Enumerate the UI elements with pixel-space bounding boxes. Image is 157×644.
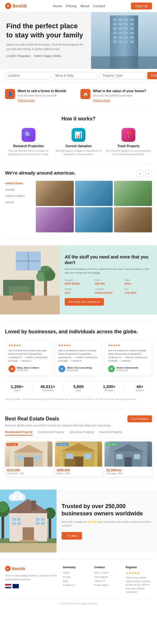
nav-pricing[interactable]: Pricing (66, 4, 77, 8)
re-cards: For Sale $120,000 New York, USA Featured (5, 441, 152, 477)
nav-logo[interactable]: B Beshik (5, 3, 27, 9)
svg-rect-2 (113, 19, 117, 21)
footer-link-agent[interactable]: Power Agent (94, 584, 121, 586)
svg-rect-60 (134, 454, 140, 459)
footer-bottom: © 2024 Beshik. All rights reserved. (5, 599, 152, 605)
location-ie[interactable]: Ireland (5, 200, 33, 205)
stat-reviews: 1,200+ Reviews (97, 384, 121, 392)
step-track-title: Track Property (105, 144, 152, 148)
hero-title: Find the perfect place to stay with your… (6, 22, 85, 40)
location-uk[interactable]: United Kingdom (5, 193, 33, 198)
sell-card-title: Want to sell a home in Beshik (18, 89, 66, 93)
re-card-1-info: $120,000 New York, USA (5, 467, 52, 477)
find-property-button[interactable]: Find Property (127, 415, 152, 422)
stat-div-3 (94, 384, 94, 392)
signup-button[interactable]: Sign Up (131, 3, 152, 9)
stuff-cta-button[interactable]: Get more info, contact us (65, 298, 104, 306)
svg-rect-24 (124, 41, 128, 43)
footer-link-blog[interactable]: Blog (63, 580, 89, 582)
research-icon: 🔍 (22, 128, 35, 142)
step-track: 📍 Track Property Get real-time updates o… (105, 128, 152, 156)
location-input[interactable] (5, 72, 51, 79)
home-icon: 🏠 (80, 89, 90, 99)
around-img-4 (36, 207, 74, 232)
footer-link-support[interactable]: Our Support (94, 575, 121, 578)
footer-link-follow[interactable]: Follow Us (94, 580, 121, 582)
nav-contact[interactable]: Contact (93, 4, 105, 8)
re-card-3-info: $1,500/mo Chicago, USA (105, 467, 152, 477)
svg-rect-71 (0, 543, 57, 552)
around-img-3 (114, 181, 152, 206)
tab-residential[interactable]: Residential Property (5, 430, 33, 436)
around-locations: United States Canada United Kingdom Irel… (5, 181, 33, 232)
footer-link-home[interactable]: Home (63, 571, 89, 574)
svg-rect-4 (124, 19, 128, 21)
svg-rect-59 (116, 454, 123, 459)
person-icon: 👤 (5, 89, 15, 99)
hero-description: Search on with a click of the button, Fi… (6, 43, 85, 51)
stat-sold-num: 5,800 (67, 384, 91, 389)
test-1-role: Real Estate (17, 369, 39, 371)
filter-type: Type Rent (125, 279, 152, 285)
footer-link-pricing[interactable]: Pricing (63, 575, 89, 578)
around-img-6 (114, 207, 152, 232)
svg-point-38 (44, 269, 55, 281)
find-properties-button[interactable]: Find Properties (147, 72, 157, 79)
stuff-desc: Discover thousands of homes, apartments … (65, 267, 152, 275)
location-us[interactable]: United States (5, 181, 33, 186)
svg-rect-13 (130, 27, 134, 30)
trusted-cta-button[interactable]: Try Now (62, 532, 82, 540)
nav-home[interactable]: Home (53, 4, 62, 8)
date-input[interactable] (52, 72, 98, 79)
flag-uk (13, 584, 19, 588)
re-card-2-price: $280,000 (57, 469, 100, 472)
svg-rect-8 (124, 23, 128, 25)
test-1-avatar: M (8, 365, 15, 372)
tab-agriculture[interactable]: Agriculture Property (69, 430, 94, 436)
svg-rect-6 (113, 23, 117, 25)
tab-commercial[interactable]: Commercial Property (38, 430, 64, 436)
test-2-info: Albert Hu Consulting Real Estate (67, 366, 92, 371)
svg-rect-25 (130, 41, 134, 43)
re-card-2: Featured $280,000 Miami, USA (55, 441, 102, 477)
testimonials-bottom: Sign up today - from $299/mo and get all… (5, 397, 152, 401)
filter-for-label: For (125, 288, 152, 291)
testimonials-grid: ★★★★★ Get Considered to search through t… (5, 340, 152, 376)
nav-about[interactable]: About (80, 4, 89, 8)
tab-industrial[interactable]: Industrial Property (99, 430, 122, 436)
test-3-info: Robert Simmonds Real Estate (116, 366, 138, 371)
value-card-link[interactable]: Find out more (93, 99, 146, 102)
footer-stars: ★★★★★ (126, 571, 152, 575)
svg-rect-11 (119, 27, 122, 30)
footer-link-touch[interactable]: Get In Touch (94, 571, 121, 574)
stat-div-4 (124, 384, 125, 392)
svg-rect-3 (119, 19, 122, 21)
stuff-image (0, 245, 60, 314)
filter-size-label: Size (95, 279, 122, 281)
test-1-stars: ★★★★★ (8, 344, 49, 347)
type-input[interactable] (100, 72, 145, 79)
stats-row: 1,200+ Users 40,011+ Properties 5,800 So… (5, 381, 152, 395)
hero-left: Find the perfect place to stay with your… (0, 12, 91, 69)
svg-rect-17 (130, 32, 134, 34)
step-valuation-desc: Get 360-degree insights on thousands of … (55, 149, 102, 156)
svg-rect-75 (23, 527, 34, 541)
divider-6 (5, 483, 152, 483)
stat-nations-num: 40+ (128, 384, 152, 389)
location-ca[interactable]: Canada (5, 187, 33, 192)
around-controls: › ‹ (137, 170, 152, 177)
around-prev-button[interactable]: › (137, 170, 144, 177)
stuff-filters: Budget $200-$2000 Size 200-500 Type Rent… (65, 279, 152, 294)
search-bar: Find Properties (0, 69, 157, 83)
svg-rect-19 (119, 36, 122, 39)
stat-sold-label: Sold (67, 389, 91, 392)
step-valuation: 📊 Current Valuation Get 360-degree insig… (55, 128, 102, 156)
sell-card-link[interactable]: Find out more (18, 99, 66, 102)
around-content: United States Canada United Kingdom Irel… (5, 181, 152, 232)
stat-nations-label: Nations (128, 389, 152, 392)
re-card-1-price: $120,000 (7, 469, 51, 472)
svg-rect-15 (119, 32, 122, 34)
around-header: We're already around americas. › ‹ (5, 170, 152, 177)
footer-link-contact[interactable]: Contact Us (63, 584, 89, 586)
around-next-button[interactable]: ‹ (145, 170, 152, 177)
